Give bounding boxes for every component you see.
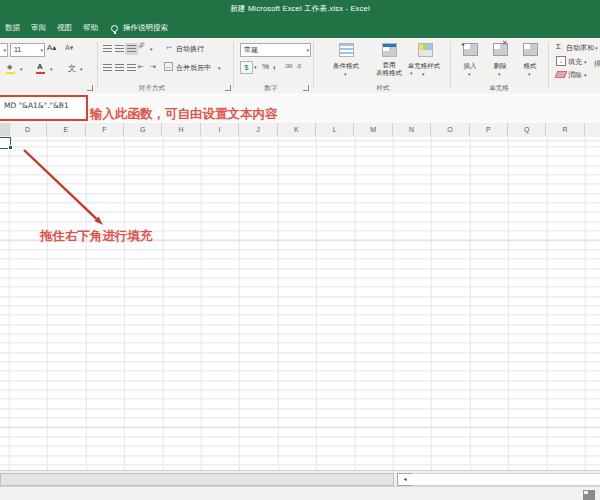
decrease-font-size-button[interactable]: A▾: [65, 44, 73, 52]
delete-button[interactable]: 删除: [485, 62, 515, 71]
align-bottom-icon[interactable]: [127, 45, 136, 53]
merge-center-icon: ↔: [164, 62, 173, 71]
tab-审阅[interactable]: 审阅: [31, 23, 46, 33]
tell-me-search[interactable]: 操作说明搜索: [123, 23, 168, 33]
scrollbar-track[interactable]: [412, 473, 600, 486]
column-header-E[interactable]: E: [47, 123, 85, 136]
chevron-down-icon[interactable]: ▾: [150, 46, 153, 52]
column-header-G[interactable]: G: [124, 123, 162, 136]
column-header-I[interactable]: I: [201, 123, 239, 136]
decrease-indent-icon[interactable]: ⇤: [138, 63, 144, 71]
clear-button[interactable]: 清除: [568, 70, 582, 80]
orientation-button[interactable]: ab: [137, 41, 146, 50]
align-right-icon[interactable]: [127, 64, 136, 72]
chevron-down-icon[interactable]: ▾: [584, 59, 587, 65]
horizontal-scrollbar: ◂: [0, 470, 600, 487]
formula-bar-input[interactable]: MD "&A1&"."&B1: [4, 101, 69, 110]
formula-highlight-box: MD "&A1&"."&B1: [0, 95, 88, 121]
column-header-P[interactable]: P: [470, 123, 508, 136]
percent-style-button[interactable]: %: [262, 62, 269, 71]
font-color-button[interactable]: A: [37, 62, 43, 71]
font-dialog-launcher-icon[interactable]: [87, 85, 93, 91]
sheet-grid[interactable]: [0, 137, 600, 470]
format-button[interactable]: 格式: [515, 62, 545, 71]
format-as-table-icon: [382, 43, 397, 57]
excel-window: 新建 Microsoft Excel 工作表.xlsx - Excel 数据审阅…: [0, 0, 600, 500]
column-header-D[interactable]: D: [9, 123, 47, 136]
increase-decimal-button[interactable]: .00: [284, 63, 292, 69]
column-header-K[interactable]: K: [278, 123, 316, 136]
chevron-down-icon[interactable]: ▾: [80, 66, 83, 72]
column-header-M[interactable]: M: [354, 123, 392, 136]
delete-x-icon: ✕: [502, 39, 508, 47]
column-header-R[interactable]: R: [546, 123, 584, 136]
chevron-down-icon[interactable]: ▾: [595, 45, 598, 51]
scroll-left-icon: ◂: [403, 476, 406, 482]
group-separator: [548, 42, 549, 88]
chevron-down-icon: ▾: [498, 71, 501, 77]
column-header-Q[interactable]: Q: [508, 123, 546, 136]
window-title: 新建 Microsoft Excel 工作表.xlsx - Excel: [0, 4, 600, 14]
increase-font-size-button[interactable]: A▴: [47, 43, 56, 52]
font-size-value: 11: [14, 46, 21, 53]
tab-数据[interactable]: 数据: [5, 23, 20, 33]
group-separator: [233, 42, 234, 88]
column-header-L[interactable]: L: [316, 123, 354, 136]
title-bar: 新建 Microsoft Excel 工作表.xlsx - Excel: [0, 0, 600, 18]
chevron-down-icon: ▾: [3, 44, 6, 56]
wrap-text-icon: ↩: [166, 44, 172, 52]
font-size-box[interactable]: 11 ▾: [10, 43, 45, 57]
ribbon-tab-bar: 数据审阅视图帮助 操作说明搜索: [0, 18, 600, 38]
font-name-box[interactable]: ▾: [0, 43, 8, 57]
accounting-format-button[interactable]: $: [240, 61, 253, 74]
increase-indent-icon[interactable]: ⇥: [150, 63, 156, 71]
chevron-down-icon[interactable]: ▾: [20, 66, 23, 72]
formula-bar-row: MD "&A1&"."&B1 输入此函数，可自由设置文本内容: [0, 93, 600, 124]
align-center-icon[interactable]: [115, 64, 124, 72]
number-format-dropdown[interactable]: 常规 ▾: [240, 43, 311, 57]
insert-arrow-icon: ◂: [461, 40, 464, 47]
scroll-left-button[interactable]: ◂: [397, 473, 413, 486]
normal-view-icon[interactable]: [583, 490, 595, 500]
conditional-formatting-button[interactable]: 条件格式: [323, 62, 369, 71]
scrollbar-thumb[interactable]: [0, 473, 394, 486]
align-middle-icon[interactable]: [115, 45, 124, 53]
align-top-icon[interactable]: [103, 45, 112, 53]
column-header-J[interactable]: J: [239, 123, 277, 136]
annotation-formula-note: 输入此函数，可自由设置文本内容: [90, 106, 278, 123]
chevron-down-icon[interactable]: ▾: [254, 64, 257, 70]
comma-style-button[interactable]: ,: [273, 60, 276, 70]
column-header-O[interactable]: O: [431, 123, 469, 136]
lightbulb-icon: [111, 25, 118, 32]
merge-center-button[interactable]: 合并后居中: [176, 63, 211, 73]
column-header-N[interactable]: N: [393, 123, 431, 136]
ribbon: ▾ 11 ▾ A▴ A▾ ◆ ▾ A ▾ 文 ▾ ab ▾ ↩ 自动换行 ⇤ ⇥…: [0, 38, 600, 94]
cells-group-label: 单元格: [459, 84, 539, 93]
fill-icon: ↓: [556, 56, 566, 66]
fill-handle[interactable]: [8, 145, 13, 150]
insert-button[interactable]: 插入: [455, 62, 485, 71]
cell-styles-icon: [418, 43, 433, 57]
chevron-down-icon[interactable]: ▾: [584, 72, 587, 78]
column-header-F[interactable]: F: [86, 123, 124, 136]
fill-color-swatch: [6, 72, 15, 74]
chevron-down-icon: ▾: [306, 44, 309, 56]
tab-视图[interactable]: 视图: [57, 23, 72, 33]
number-dialog-launcher-icon[interactable]: [303, 85, 309, 91]
alignment-dialog-launcher-icon[interactable]: [225, 85, 231, 91]
wrap-text-button[interactable]: 自动换行: [176, 44, 204, 54]
sort-filter-button-partial[interactable]: 排: [594, 59, 600, 69]
fill-button[interactable]: 填充: [568, 57, 582, 67]
align-left-icon[interactable]: [103, 64, 112, 72]
phonetic-guide-button[interactable]: 文: [68, 63, 76, 74]
decrease-decimal-button[interactable]: .0: [296, 63, 301, 69]
tab-帮助[interactable]: 帮助: [83, 23, 98, 33]
column-header-H[interactable]: H: [162, 123, 200, 136]
autosum-button[interactable]: 自动求和: [566, 43, 594, 53]
annotation-fill-note: 拖住右下角进行填充: [40, 228, 153, 245]
chevron-down-icon[interactable]: ▾: [50, 66, 53, 72]
status-bar: [0, 486, 600, 500]
fill-color-button[interactable]: ◆: [7, 63, 12, 71]
chevron-down-icon[interactable]: ▾: [218, 65, 221, 71]
cell-styles-button[interactable]: 单元格样式: [401, 62, 447, 71]
